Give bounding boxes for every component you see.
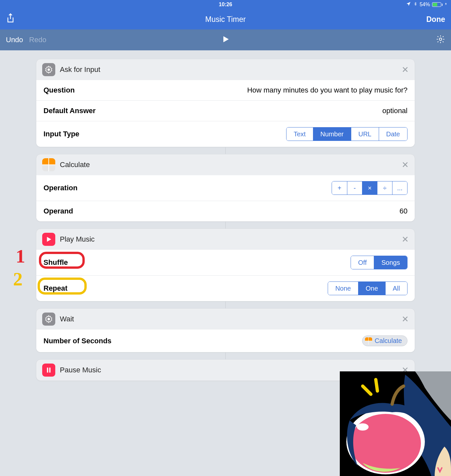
- svg-point-2: [47, 318, 50, 320]
- action-title: Wait: [60, 315, 74, 323]
- undo-button[interactable]: Undo: [6, 36, 23, 44]
- calculator-icon: [365, 337, 372, 345]
- action-title: Ask for Input: [60, 65, 100, 74]
- action-title: Pause Music: [60, 366, 101, 374]
- action-calculate[interactable]: Calculate ✕ Operation + - × ÷ ... Operan…: [36, 154, 415, 222]
- annotation-circle-repeat: [38, 278, 87, 295]
- action-title: Play Music: [60, 235, 95, 244]
- settings-icon[interactable]: [436, 35, 445, 45]
- seg-all[interactable]: All: [385, 282, 407, 295]
- close-icon[interactable]: ✕: [402, 161, 409, 169]
- row-label: Operand: [43, 207, 73, 215]
- svg-rect-3: [47, 367, 48, 372]
- seg-more[interactable]: ...: [392, 181, 407, 195]
- bluetooth-icon: [413, 1, 418, 8]
- location-icon: [406, 1, 411, 8]
- seg-songs[interactable]: Songs: [374, 256, 407, 269]
- input-type-segmented[interactable]: Text Number URL Date: [286, 127, 408, 141]
- row-label: Input Type: [43, 130, 79, 138]
- charging-icon: [444, 1, 448, 8]
- status-time: 10:26: [0, 2, 451, 8]
- token-label: Calculate: [375, 337, 402, 345]
- seg-one[interactable]: One: [358, 282, 385, 295]
- action-play-music[interactable]: Play Music ✕ Shuffle Off Songs Repeat No…: [36, 229, 415, 301]
- close-icon[interactable]: ✕: [402, 315, 409, 323]
- nav-bar: Music Timer Done: [0, 9, 451, 29]
- row-label: Question: [43, 86, 75, 94]
- seg-none[interactable]: None: [328, 282, 358, 295]
- seg-plus[interactable]: +: [332, 181, 347, 195]
- svg-point-7: [350, 414, 421, 473]
- status-bar: 10:26 54%: [0, 0, 451, 9]
- row-label: Operation: [43, 184, 78, 192]
- connector: [36, 352, 415, 359]
- workflow-canvas[interactable]: Ask for Input ✕ Question How many minute…: [0, 50, 451, 381]
- connector: [36, 222, 415, 229]
- action-ask-for-input[interactable]: Ask for Input ✕ Question How many minute…: [36, 59, 415, 147]
- action-title: Calculate: [60, 161, 90, 169]
- default-answer-input[interactable]: optional: [382, 107, 408, 115]
- row-label: Default Answer: [43, 107, 95, 115]
- seg-times[interactable]: ×: [362, 181, 377, 195]
- pause-icon: [42, 364, 55, 377]
- annotation-circle-shuffle: [39, 252, 85, 269]
- gear-icon: [42, 63, 55, 76]
- seg-text[interactable]: Text: [286, 128, 313, 141]
- seg-div[interactable]: ÷: [377, 181, 392, 195]
- editor-toolbar: Undo Redo: [0, 29, 451, 50]
- action-wait[interactable]: Wait ✕ Number of Seconds Calculate: [36, 308, 415, 352]
- svg-point-0: [439, 38, 442, 40]
- close-icon[interactable]: ✕: [402, 65, 409, 74]
- page-title: Music Timer: [0, 15, 451, 24]
- repeat-segmented[interactable]: None One All: [328, 281, 408, 295]
- battery-percent: 54%: [420, 2, 430, 8]
- battery-icon: [432, 2, 442, 7]
- operand-value[interactable]: 60: [400, 207, 408, 215]
- seg-off[interactable]: Off: [351, 256, 374, 269]
- play-icon: [42, 233, 55, 246]
- connector: [36, 147, 415, 154]
- row-label: Number of Seconds: [43, 337, 112, 345]
- gear-icon: [42, 313, 55, 326]
- seg-url[interactable]: URL: [351, 128, 379, 141]
- svg-rect-4: [49, 367, 51, 372]
- picture-in-picture-thumbnail[interactable]: [340, 371, 451, 476]
- redo-button: Redo: [29, 36, 46, 44]
- seg-date[interactable]: Date: [379, 128, 407, 141]
- variable-token-calculate[interactable]: Calculate: [362, 335, 408, 346]
- share-icon[interactable]: [6, 13, 15, 26]
- done-button[interactable]: Done: [426, 15, 445, 24]
- seg-number[interactable]: Number: [313, 128, 351, 141]
- seg-minus[interactable]: -: [347, 181, 362, 195]
- question-value[interactable]: How many minutes do you want to play mus…: [247, 86, 408, 94]
- calculator-icon: [42, 158, 55, 171]
- run-button[interactable]: [221, 35, 230, 45]
- operation-segmented[interactable]: + - × ÷ ...: [332, 181, 408, 195]
- close-icon[interactable]: ✕: [402, 235, 409, 244]
- svg-point-8: [357, 423, 369, 431]
- svg-point-1: [47, 68, 50, 71]
- shuffle-segmented[interactable]: Off Songs: [351, 256, 408, 269]
- connector: [36, 301, 415, 308]
